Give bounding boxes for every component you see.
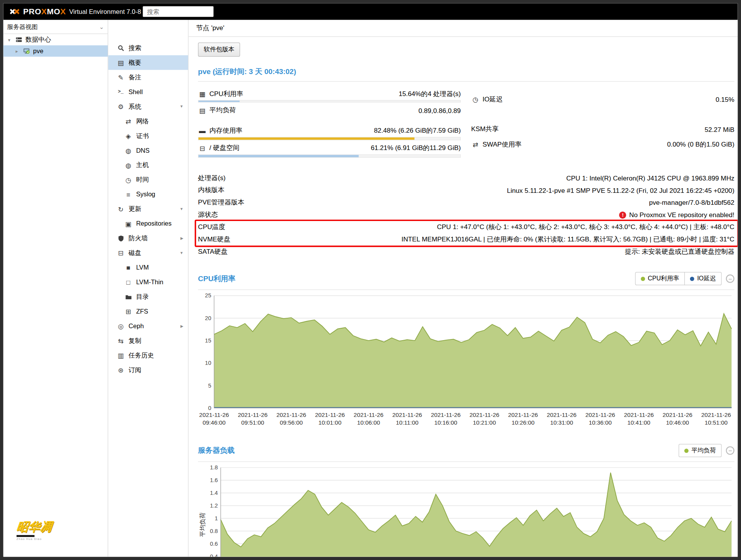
folder-icon (124, 293, 133, 301)
wordmark-part: MO (47, 7, 60, 16)
cpu-usage-value: 15.64%的4 处理器(s) (399, 89, 461, 98)
disks-icon: ⊟ (116, 249, 125, 257)
menu-item-network[interactable]: ⇄网络 (108, 114, 188, 128)
io-delay-label: IO延迟 (482, 95, 502, 104)
svg-text:25: 25 (205, 292, 211, 299)
collapse-icon[interactable]: − (726, 274, 734, 283)
menu-item-shell[interactable]: >_Shell (108, 84, 188, 99)
menu-item-task-history[interactable]: ▥任务历史 (108, 348, 188, 363)
memory-icon: ▬ (198, 127, 206, 135)
chevron-down-icon[interactable]: ▼ (179, 251, 183, 255)
menu-item-repositories[interactable]: ▣Repositories (108, 216, 188, 231)
legend-item-CPU利用率[interactable]: CPU利用率 (635, 272, 685, 285)
menu-item-replication[interactable]: ⇆复制 (108, 333, 188, 348)
svg-text:10:21:00: 10:21:00 (473, 419, 496, 426)
ceph-icon: ◎ (116, 322, 125, 330)
menu-item-system[interactable]: ⚙系统▼ (108, 99, 188, 114)
summary-icon: ▤ (116, 59, 125, 66)
svg-text:2021-11-26: 2021-11-26 (315, 412, 345, 418)
watermark: 昭华凋 Zhao Hua Diao (17, 519, 52, 540)
tree-node-datacenter[interactable]: ▾数据中心 (3, 34, 108, 45)
menu-item-zfs[interactable]: ⊞ZFS (108, 304, 188, 319)
menu-item-time[interactable]: ◷时间 (108, 172, 188, 187)
tree-node-pve[interactable]: ▸pve (3, 46, 108, 57)
rootfs-usage-label: / 硬盘空间 (209, 144, 239, 152)
memory-usage-value: 82.48% (6.26 GiB的7.59 GiB) (374, 127, 461, 135)
menu-item-notes[interactable]: ✎备注 (108, 70, 188, 84)
detail-row: NVME硬盘INTEL MEMPEK1J016GAL | 已使用寿命: 0% (… (198, 233, 734, 246)
memory-usage-bar (198, 137, 461, 140)
svg-text:10:31:00: 10:31:00 (550, 419, 573, 426)
proxmox-wordmark: PROXMOX (23, 7, 66, 16)
menu-item-label: 概要 (129, 58, 141, 67)
node-details: 处理器(s)CPU 1: Intel(R) Celeron(R) J4125 C… (198, 172, 734, 258)
menu-item-firewall[interactable]: 防火墙▶ (108, 231, 188, 246)
search-input[interactable] (143, 6, 214, 17)
swap-usage-row: ⇄ SWAP使用率 0.00% (0 B的1.50 GiB) (471, 138, 734, 150)
load-chart-title: 服务器负载 (198, 445, 235, 455)
svg-text:10:41:00: 10:41:00 (628, 419, 651, 426)
menu-item-disks[interactable]: ⊟磁盘▼ (108, 246, 188, 260)
server-load-chart: 00.20.40.60.811.21.41.61.8平均负荷 (198, 464, 734, 557)
replication-icon: ⇆ (116, 337, 125, 345)
detail-label: 内核版本 (198, 186, 225, 194)
menu-item-hosts[interactable]: ◍主机 (108, 158, 188, 172)
detail-label: 源状态 (198, 211, 218, 219)
menu-item-lvm[interactable]: ■LVM (108, 260, 188, 275)
menu-item-certificates[interactable]: ◈证书 (108, 128, 188, 143)
svg-text:0.4: 0.4 (210, 553, 218, 557)
watermark-subtext: Zhao Hua Diao (17, 537, 52, 540)
node-menu: 搜索▤概要✎备注>_Shell⚙系统▼⇄网络◈证书◍DNS◍主机◷时间≡Sysl… (108, 20, 188, 557)
menu-item-label: 磁盘 (129, 249, 141, 257)
svg-text:2021-11-26: 2021-11-26 (470, 412, 499, 418)
detail-value: INTEL MEMPEK1J016GAL | 已使用寿命: 0% (累计读取: … (230, 235, 734, 244)
view-selector-dropdown[interactable]: 服务器视图 ⌄ (3, 20, 108, 34)
menu-item-label: 时间 (136, 175, 149, 184)
menu-item-summary[interactable]: ▤概要 (108, 55, 188, 70)
detail-value: !No Proxmox VE repository enabled! (218, 211, 734, 219)
svg-text:09:56:00: 09:56:00 (280, 419, 303, 426)
detail-label: CPU温度 (198, 223, 225, 231)
monitor-check-icon (22, 47, 31, 55)
menu-item-lvm-thin[interactable]: □LVM-Thin (108, 275, 188, 290)
svg-text:10:16:00: 10:16:00 (434, 419, 457, 426)
firewall-icon (116, 234, 125, 242)
memory-usage-label: 内存使用率 (209, 127, 242, 135)
menu-item-label: 网络 (136, 117, 149, 125)
watermark-underline (17, 535, 35, 537)
load-average-label: 平均负荷 (209, 106, 236, 115)
menu-item-ceph[interactable]: ◎Ceph▶ (108, 319, 188, 334)
package-versions-button[interactable]: 软件包版本 (198, 42, 240, 57)
swap-icon: ⇄ (471, 140, 480, 148)
menu-item-dns[interactable]: ◍DNS (108, 143, 188, 158)
chevron-down-icon[interactable]: ▾ (8, 37, 15, 42)
menu-item-label: Repositories (136, 220, 172, 227)
menu-item-directory[interactable]: 目录 (108, 290, 188, 304)
menu-item-label: 系统 (129, 102, 141, 111)
chevron-right-icon[interactable]: ▶ (181, 324, 184, 328)
chevron-right-icon[interactable]: ▸ (15, 49, 22, 54)
ksm-sharing-row: KSM共享 52.27 MiB (471, 123, 734, 135)
chevron-right-icon[interactable]: ▶ (181, 236, 184, 240)
chevron-down-icon[interactable]: ▼ (179, 105, 183, 109)
menu-item-updates[interactable]: ↻更新▼ (108, 202, 188, 216)
svg-text:0: 0 (208, 405, 211, 411)
rootfs-usage-bar (198, 154, 461, 158)
network-icon: ⇄ (124, 117, 133, 125)
menu-item-syslog[interactable]: ≡Syslog (108, 187, 188, 202)
rootfs-usage-value: 61.21% (6.91 GiB的11.29 GiB) (371, 144, 461, 152)
main-panel: 节点 'pve' 软件包版本 pve (运行时间: 3 天 00:43:02) … (189, 20, 738, 557)
svg-text:10:06:00: 10:06:00 (357, 419, 380, 426)
io-delay-row: ◷ IO延迟 0.15% (471, 93, 734, 105)
legend-item-平均负荷[interactable]: 平均负荷 (678, 444, 721, 457)
collapse-icon[interactable]: − (726, 446, 734, 455)
menu-item-subscription[interactable]: ⊛订阅 (108, 363, 188, 377)
detail-value: pve-manager/7.0-8/b1dbf562 (244, 199, 734, 207)
menu-item-search[interactable]: 搜索 (108, 40, 188, 55)
legend-item-IO延迟[interactable]: IO延迟 (684, 272, 721, 285)
svg-text:2021-11-26: 2021-11-26 (585, 412, 615, 418)
svg-text:2021-11-26: 2021-11-26 (392, 412, 422, 418)
chevron-down-icon[interactable]: ▼ (179, 207, 183, 211)
warning-icon: ! (619, 211, 626, 218)
io-delay-icon: ◷ (471, 96, 480, 103)
